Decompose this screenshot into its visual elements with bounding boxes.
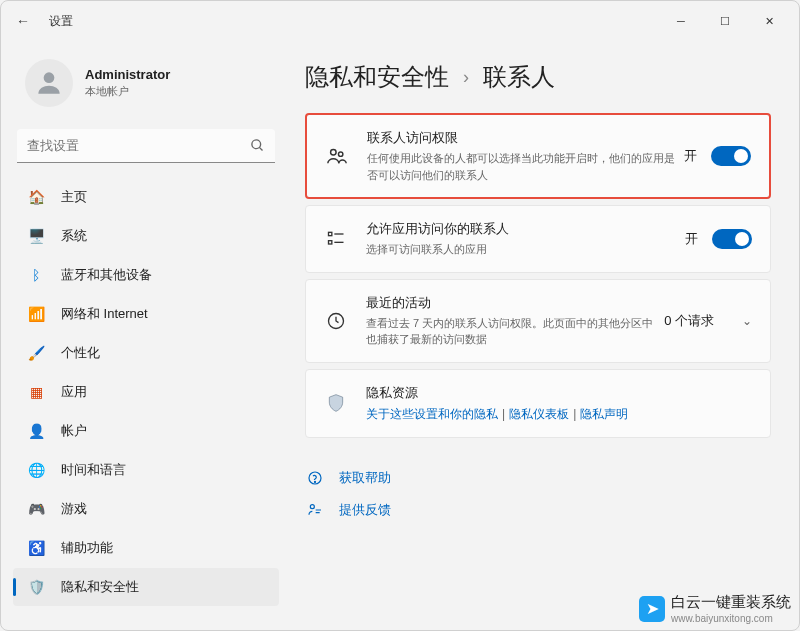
accounts-icon: 👤 <box>27 422 45 440</box>
feedback-link[interactable]: 提供反馈 <box>305 494 771 526</box>
svg-point-1 <box>252 140 261 149</box>
gaming-icon: 🎮 <box>27 500 45 518</box>
system-icon: 🖥️ <box>27 227 45 245</box>
svg-point-3 <box>331 150 337 156</box>
card-title: 隐私资源 <box>366 384 752 402</box>
network-icon: 📶 <box>27 305 45 323</box>
card-recent-activity[interactable]: 最近的活动 查看过去 7 天内的联系人访问权限。此页面中的其他分区中也捕获了最新… <box>305 279 771 363</box>
sidebar-item-accounts[interactable]: 👤帐户 <box>13 412 279 450</box>
sidebar-item-label: 网络和 Internet <box>61 305 148 323</box>
home-icon: 🏠 <box>27 188 45 206</box>
card-desc: 选择可访问联系人的应用 <box>366 241 676 258</box>
sidebar-item-label: 游戏 <box>61 500 87 518</box>
card-title: 联系人访问权限 <box>367 129 684 147</box>
search-input[interactable] <box>17 129 275 163</box>
svg-rect-5 <box>329 232 332 235</box>
sidebar-item-label: 个性化 <box>61 344 100 362</box>
svg-point-0 <box>44 72 55 83</box>
toggle-contacts-access[interactable] <box>711 146 751 166</box>
chevron-right-icon: › <box>463 67 469 88</box>
sidebar-item-gaming[interactable]: 🎮游戏 <box>13 490 279 528</box>
sidebar-item-accessibility[interactable]: ♿辅助功能 <box>13 529 279 567</box>
toggle-status: 开 <box>684 147 697 165</box>
link-privacy-dashboard[interactable]: 隐私仪表板 <box>509 407 569 421</box>
sidebar-item-label: 应用 <box>61 383 87 401</box>
sidebar-item-time[interactable]: 🌐时间和语言 <box>13 451 279 489</box>
nav-list: 🏠主页🖥️系统ᛒ蓝牙和其他设备📶网络和 Internet🖌️个性化▦应用👤帐户🌐… <box>13 177 279 620</box>
user-row[interactable]: Administrator 本地帐户 <box>13 51 279 123</box>
sidebar-item-label: 隐私和安全性 <box>61 578 139 596</box>
feedback-label: 提供反馈 <box>339 501 391 519</box>
shield-icon <box>324 393 348 413</box>
get-help-link[interactable]: 获取帮助 <box>305 462 771 494</box>
link-privacy-statement[interactable]: 隐私声明 <box>580 407 628 421</box>
svg-line-2 <box>259 147 262 150</box>
sidebar-item-apps[interactable]: ▦应用 <box>13 373 279 411</box>
sidebar-item-privacy[interactable]: 🛡️隐私和安全性 <box>13 568 279 606</box>
titlebar: ← 设置 ─ ☐ ✕ <box>1 1 799 41</box>
card-title: 允许应用访问你的联系人 <box>366 220 685 238</box>
card-desc: 查看过去 7 天内的联系人访问权限。此页面中的其他分区中也捕获了最新的访问数据 <box>366 315 664 348</box>
people-icon <box>325 145 349 167</box>
feedback-icon <box>305 502 325 518</box>
sidebar-item-personalization[interactable]: 🖌️个性化 <box>13 334 279 372</box>
link-about-privacy[interactable]: 关于这些设置和你的隐私 <box>366 407 498 421</box>
sidebar-item-bluetooth[interactable]: ᛒ蓝牙和其他设备 <box>13 256 279 294</box>
avatar <box>25 59 73 107</box>
maximize-button[interactable]: ☐ <box>703 5 747 37</box>
user-name: Administrator <box>85 67 170 82</box>
apps-icon: ▦ <box>27 383 45 401</box>
list-icon <box>324 229 348 249</box>
breadcrumb-parent[interactable]: 隐私和安全性 <box>305 61 449 93</box>
privacy-icon: 🛡️ <box>27 578 45 596</box>
toggle-status: 开 <box>685 230 698 248</box>
sidebar-item-label: 主页 <box>61 188 87 206</box>
chevron-down-icon: ⌄ <box>742 314 752 328</box>
settings-window: ← 设置 ─ ☐ ✕ Administrator 本地帐户 <box>0 0 800 631</box>
sidebar-item-network[interactable]: 📶网络和 Internet <box>13 295 279 333</box>
card-title: 最近的活动 <box>366 294 664 312</box>
toggle-app-access[interactable] <box>712 229 752 249</box>
card-privacy-resources: 隐私资源 关于这些设置和你的隐私|隐私仪表板|隐私声明 <box>305 369 771 438</box>
minimize-button[interactable]: ─ <box>659 5 703 37</box>
breadcrumb-current: 联系人 <box>483 61 555 93</box>
sidebar-item-home[interactable]: 🏠主页 <box>13 178 279 216</box>
search-icon <box>250 138 265 157</box>
window-title: 设置 <box>49 13 73 30</box>
svg-point-11 <box>314 481 315 482</box>
sidebar-item-label: 系统 <box>61 227 87 245</box>
personalization-icon: 🖌️ <box>27 344 45 362</box>
bluetooth-icon: ᛒ <box>27 266 45 284</box>
help-icon <box>305 470 325 486</box>
close-button[interactable]: ✕ <box>747 5 791 37</box>
main-panel: 隐私和安全性 › 联系人 联系人访问权限 任何使用此设备的人都可以选择当此功能开… <box>291 41 799 630</box>
card-desc: 任何使用此设备的人都可以选择当此功能开启时，他们的应用是否可以访问他们的联系人 <box>367 150 677 183</box>
back-button[interactable]: ← <box>9 7 37 35</box>
card-contacts-access[interactable]: 联系人访问权限 任何使用此设备的人都可以选择当此功能开启时，他们的应用是否可以访… <box>305 113 771 199</box>
svg-point-12 <box>310 504 314 508</box>
svg-rect-6 <box>329 240 332 243</box>
time-icon: 🌐 <box>27 461 45 479</box>
sidebar-item-label: 蓝牙和其他设备 <box>61 266 152 284</box>
svg-point-4 <box>338 152 342 156</box>
accessibility-icon: ♿ <box>27 539 45 557</box>
card-app-access[interactable]: 允许应用访问你的联系人 选择可访问联系人的应用 开 <box>305 205 771 273</box>
sidebar-item-label: 帐户 <box>61 422 87 440</box>
sidebar: Administrator 本地帐户 🏠主页🖥️系统ᛒ蓝牙和其他设备📶网络和 I… <box>1 41 291 630</box>
sidebar-item-label: 辅助功能 <box>61 539 113 557</box>
request-count: 0 个请求 <box>664 312 714 330</box>
sidebar-item-system[interactable]: 🖥️系统 <box>13 217 279 255</box>
history-icon <box>324 311 348 331</box>
sidebar-item-label: 时间和语言 <box>61 461 126 479</box>
help-label: 获取帮助 <box>339 469 391 487</box>
user-sub: 本地帐户 <box>85 84 170 99</box>
breadcrumb: 隐私和安全性 › 联系人 <box>305 61 771 93</box>
